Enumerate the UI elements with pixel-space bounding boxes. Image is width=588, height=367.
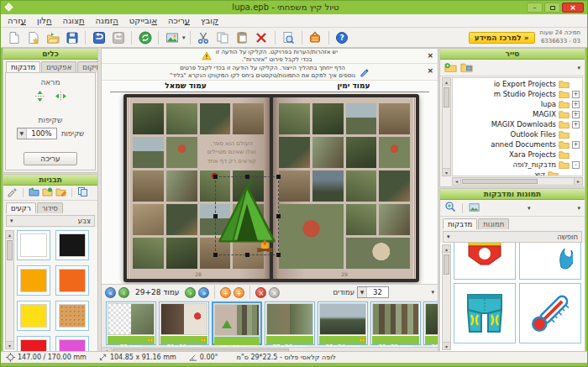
- photo-placeholder[interactable]: [379, 204, 410, 235]
- resize-handle-w[interactable]: [213, 214, 218, 218]
- cut-button[interactable]: [195, 29, 213, 46]
- photo-placeholder[interactable]: [133, 204, 164, 235]
- duplicate-icon[interactable]: [77, 185, 88, 201]
- tab-backgrounds[interactable]: רקעים: [6, 202, 36, 213]
- tab-arrangement[interactable]: סידור: [37, 202, 63, 213]
- swatch-scrollbar[interactable]: ▴ ▾: [5, 230, 14, 349]
- quote-text[interactable]: העולם הוא ספר, ואלו שאינם מטיילים קוראים…: [200, 137, 265, 168]
- refresh-button[interactable]: [136, 29, 154, 46]
- background-filter-select[interactable]: ▾ צבע: [6, 215, 95, 227]
- swatch-sand[interactable]: [55, 301, 89, 331]
- photo-placeholder[interactable]: [133, 103, 164, 134]
- redo-button[interactable]: [109, 29, 127, 46]
- thumbnail-pages-30-31[interactable]: עמוד 31+30: [159, 301, 209, 345]
- resize-handle-e[interactable]: [276, 214, 281, 218]
- tree-item[interactable]: m Studio Projects+: [453, 89, 582, 99]
- tree-horizontal-scrollbar[interactable]: ◂ ▸: [452, 177, 583, 186]
- scroll-down-icon[interactable]: ▾: [443, 168, 450, 176]
- photo-placeholder[interactable]: [312, 137, 344, 168]
- photo-placeholder[interactable]: [279, 137, 310, 168]
- folder-edit-icon[interactable]: [55, 185, 66, 201]
- new-document-button[interactable]: [5, 29, 23, 46]
- tree-item[interactable]: MAGIX+: [453, 109, 582, 119]
- tent-sticker-selected[interactable]: [215, 176, 279, 255]
- pages-menu-caret[interactable]: ▾: [431, 289, 434, 296]
- photo-placeholder[interactable]: [346, 204, 377, 235]
- folder-import-icon[interactable]: [29, 185, 39, 201]
- resize-handle-nw[interactable]: [213, 175, 218, 179]
- view-mode-caret[interactable]: ▾: [528, 205, 531, 212]
- thumbnail-pages-28-29-selected[interactable]: עמוד 29+28: [212, 301, 262, 345]
- new-from-template-button[interactable]: [24, 29, 42, 46]
- swatch-yellow[interactable]: [17, 301, 50, 331]
- resize-handle-se[interactable]: [276, 253, 281, 257]
- tree-item[interactable]: anned Documents+: [453, 139, 582, 149]
- photo-placeholder[interactable]: [279, 170, 310, 202]
- resize-handle-s[interactable]: [245, 253, 249, 257]
- menu-view[interactable]: תצוגה: [63, 16, 85, 27]
- image-view-button[interactable]: [163, 29, 181, 46]
- flip-horizontal-button[interactable]: [55, 90, 67, 106]
- swatch-red[interactable]: [17, 336, 50, 352]
- pages-count-select[interactable]: ▼ 32: [357, 286, 389, 298]
- chevron-down-icon[interactable]: ▼: [358, 287, 367, 297]
- scrollbar-thumb[interactable]: [444, 87, 449, 107]
- photo-placeholder[interactable]: [200, 103, 231, 134]
- copy-button[interactable]: [214, 29, 232, 46]
- tree-item[interactable]: MAGIX Downloads+: [453, 119, 582, 129]
- right-page[interactable]: 29: [273, 97, 416, 279]
- sticker-jeans-shorts[interactable]: [454, 283, 516, 343]
- minimize-button[interactable]: –: [527, 3, 543, 13]
- photo-placeholder[interactable]: [166, 238, 197, 269]
- sticker-thermometer[interactable]: [519, 283, 581, 343]
- tree-scrollbar[interactable]: ▴ ▾: [442, 77, 451, 176]
- tree-item[interactable]: מדבקות_לופה-: [453, 160, 582, 170]
- order-cart-button[interactable]: [307, 29, 324, 46]
- resize-handle-sw[interactable]: [213, 253, 218, 257]
- photo-placeholder[interactable]: [133, 137, 164, 168]
- tree-item[interactable]: io Export Projects: [453, 79, 582, 89]
- paste-button[interactable]: [234, 29, 251, 46]
- tab-stickers[interactable]: מדבקות: [443, 218, 477, 229]
- tree-item[interactable]: lupa+: [453, 99, 582, 109]
- photo-placeholder[interactable]: [312, 170, 344, 202]
- sticker-scrollbar[interactable]: ▴ ▾: [442, 244, 451, 350]
- photo-placeholder[interactable]: [379, 103, 410, 134]
- photo-placeholder[interactable]: [166, 137, 197, 168]
- tab-position[interactable]: מיקום: [77, 61, 98, 72]
- scroll-up-icon[interactable]: ▴: [443, 78, 450, 86]
- photo-placeholder[interactable]: [166, 103, 197, 134]
- menu-help[interactable]: עזרה: [8, 16, 26, 27]
- tree-item-summer[interactable]: קיץ: [453, 170, 582, 176]
- scroll-up-icon[interactable]: ▴: [6, 231, 13, 239]
- sticker-category-select[interactable]: ▾ חופשה: [443, 231, 582, 243]
- swatch-magenta[interactable]: [55, 336, 89, 352]
- warnings-notification[interactable]: יש אזהרות/הערות בפרויקט. הקליקו על הודעה…: [102, 49, 438, 64]
- media-menu-caret[interactable]: ▾: [577, 205, 580, 212]
- thumbnail-page-32[interactable]: עמוד 32: [106, 301, 156, 345]
- info-center-button[interactable]: « למרכז המידע: [469, 32, 535, 44]
- resize-handle-ne[interactable]: [276, 175, 281, 179]
- scrollbar-thumb[interactable]: [462, 179, 538, 184]
- swatch-black[interactable]: [55, 230, 89, 260]
- print-preview-button[interactable]: [280, 29, 297, 46]
- photo-placeholder[interactable]: [279, 103, 310, 134]
- save-button[interactable]: [63, 29, 81, 46]
- photo-placeholder[interactable]: [379, 170, 410, 202]
- close-notification-button[interactable]: ×: [427, 66, 433, 75]
- add-folder-icon[interactable]: [444, 60, 457, 76]
- menu-window[interactable]: חלון: [37, 16, 52, 27]
- book-canvas[interactable]: העולם הוא ספר, ואלו שאינם מטיילים קוראים…: [102, 92, 438, 284]
- photo-placeholder[interactable]: [346, 103, 377, 134]
- photo-placeholder[interactable]: [133, 170, 164, 202]
- sticker-fish-tail[interactable]: [519, 243, 581, 280]
- photo-placeholder[interactable]: [133, 238, 164, 269]
- photo-placeholder[interactable]: [346, 170, 377, 202]
- thumbnail-pages-20-21[interactable]: עמוד 21+20: [423, 301, 438, 345]
- browse-folder-icon[interactable]: [460, 60, 473, 76]
- swatch-orange[interactable]: [55, 265, 89, 296]
- scroll-right-icon[interactable]: ▸: [574, 178, 582, 185]
- photo-placeholder[interactable]: [279, 204, 344, 269]
- scroll-down-icon[interactable]: ▾: [6, 341, 13, 349]
- sticker-swim-trunks[interactable]: [454, 243, 516, 280]
